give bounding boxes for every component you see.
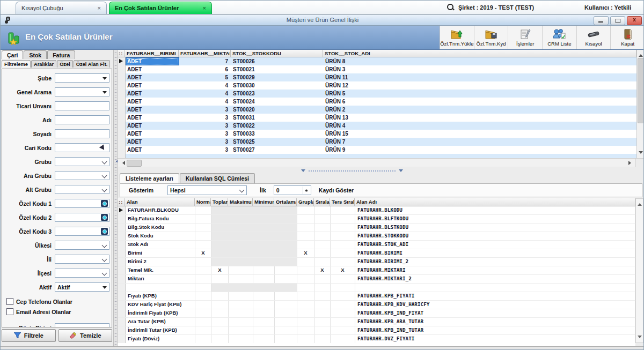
cell[interactable]: ST00027 [231,146,324,154]
gosterim-dropdown[interactable]: Hepsi [167,185,247,195]
cell-mark[interactable] [275,309,297,317]
table-row[interactable]: BirimiXXFATURAHR.BIRIMI [118,249,635,258]
cell[interactable]: ST00024 [231,98,324,106]
cell-mark[interactable] [229,215,253,223]
cell[interactable]: 3 [179,146,231,154]
cell-alan-adi[interactable]: FATURAHR.MIKTARI [355,266,635,274]
cell-alan[interactable]: KDV Hariç Fiyat (KPB) [126,301,195,309]
cell-alan-adi[interactable]: FATURAHR.BIRIMI [355,249,635,257]
cell-mark[interactable] [275,258,297,266]
cell[interactable]: ÜRÜN 15 [324,130,636,138]
cell-mark[interactable] [229,335,253,343]
cell-alan[interactable]: Ara Tutar (KPB) [126,318,195,326]
cell-mark[interactable] [229,326,253,334]
column-header[interactable]: Normal [195,198,211,206]
dropdown[interactable] [55,269,109,278]
cell[interactable]: ÜRÜN 13 [324,114,636,122]
cell-mark[interactable] [297,232,314,240]
cell-mark[interactable] [297,206,314,214]
cell[interactable]: 3 [179,114,231,122]
column-header[interactable]: FATURAHR__BIRIMI [125,50,179,57]
cell-mark[interactable] [331,258,355,266]
cell-mark[interactable] [229,309,253,317]
cell[interactable]: 4 [179,98,231,106]
cell-mark[interactable] [275,335,297,343]
cell-mark[interactable] [211,318,229,326]
cell-mark[interactable] [314,215,331,223]
cell[interactable]: 3 [179,122,231,130]
cell-mark[interactable] [211,241,229,249]
cell-mark[interactable] [314,309,331,317]
close-button[interactable] [627,16,642,25]
cell-alan[interactable]: Fiyatı (Döviz) [126,335,195,343]
cell-mark[interactable] [314,232,331,240]
cell-mark[interactable] [331,249,355,257]
cell-mark[interactable] [331,309,355,317]
column-header[interactable]: STOK__STOKKODU [231,50,323,57]
cell-alan[interactable]: Temel Mik. [126,266,195,274]
dropdown[interactable]: Aktif [55,282,109,292]
cell-mark[interactable] [297,326,314,334]
tab-en-cok-satilan-urunler[interactable]: En Çok Satılan Ürünler × [109,2,212,14]
cell-alan-adi[interactable] [355,284,635,292]
cell-mark[interactable] [195,224,211,232]
tab-araliklar[interactable]: Aralıklar [31,60,56,68]
cell-mark[interactable] [253,275,275,283]
cell-mark[interactable] [275,249,297,257]
cell-mark[interactable]: X [195,249,211,257]
table-row[interactable]: ADET5ST00029ÜRÜN 11 [118,73,636,81]
dropdown[interactable] [55,255,109,264]
searchbook-icon[interactable] [101,214,108,221]
cell-mark[interactable] [314,241,331,249]
cell-mark[interactable] [253,249,275,257]
dropdown[interactable] [55,185,109,194]
cell[interactable]: ADET [126,90,179,98]
cell-mark[interactable] [229,284,253,292]
cell[interactable]: 5 [179,73,231,81]
cell-mark[interactable] [314,206,331,214]
table-row[interactable]: Bilg.Fatura KoduFATURAHR.BLFTKODU [118,215,635,224]
column-header[interactable]: Alan [125,198,195,206]
cell-mark[interactable] [195,292,211,300]
cell-mark[interactable] [275,301,297,309]
tab-ozel-alan-flt[interactable]: Özel Alan Flt. [74,60,111,68]
cell-mark[interactable] [297,318,314,326]
table-row[interactable]: MiktarıFATURAHR.MIKTARI_2 [118,275,635,284]
table-row[interactable]: Stok KoduFATURAHR.STOKKODU [118,232,635,241]
checkbox[interactable] [6,308,13,315]
cell-mark[interactable] [314,258,331,266]
cell[interactable]: ÜRÜN 12 [324,81,636,90]
dropdown[interactable] [55,171,109,180]
cell-mark[interactable] [253,232,275,240]
fields-vertical-scrollbar[interactable] [635,198,643,343]
cell[interactable]: ÜRÜN 6 [324,98,636,106]
cell[interactable]: ST00021 [231,65,324,73]
cell-alan[interactable]: FATURAHR.BLKODU [126,206,195,214]
table-row[interactable]: ADET3ST00031ÜRÜN 13 [118,114,636,122]
cell-mark[interactable] [229,241,253,249]
column-header[interactable]: Sırala [314,198,330,206]
cell[interactable]: ADET [126,138,179,146]
text-input[interactable] [55,101,109,110]
cell-mark[interactable] [229,318,253,326]
cell-mark[interactable] [229,275,253,283]
cell-mark[interactable] [253,301,275,309]
table-row[interactable]: FATURAHR.BLKODUFATURAHR.BLKODU [118,206,635,215]
cell-mark[interactable] [297,275,314,283]
cell-mark[interactable] [314,335,331,343]
text-input[interactable] [55,143,109,152]
cell-mark[interactable] [297,266,314,274]
cell-mark[interactable] [211,326,229,334]
cell-mark[interactable] [275,284,297,292]
cell-mark[interactable] [253,241,275,249]
table-row[interactable]: Bilg.Stok KoduFATURAHR.BLSTKODU [118,224,635,232]
cell[interactable]: ST00031 [231,114,324,122]
cell-mark[interactable] [275,215,297,223]
column-header[interactable]: Ters Sırala [330,198,355,206]
cell-mark[interactable] [211,309,229,317]
cell-mark[interactable] [253,284,275,292]
cell[interactable]: ÜRÜN 8 [324,57,636,65]
cell-alan[interactable]: Bilg.Stok Kodu [126,224,195,232]
table-row[interactable]: ADET3ST00033ÜRÜN 15 [118,130,636,138]
cell-alan[interactable]: Stok Kodu [126,232,195,240]
